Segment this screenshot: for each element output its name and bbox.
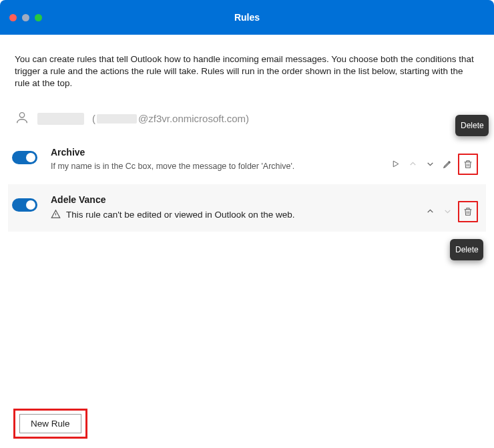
delete-highlight (458, 201, 478, 222)
warning-icon (51, 209, 61, 221)
new-rule-button[interactable]: New Rule (19, 414, 81, 433)
footer: New Rule (0, 399, 494, 448)
rule-item-adele: Adele Vance This rule can't be edited or… (8, 184, 486, 232)
delete-highlight (458, 154, 478, 175)
rule-name: Adele Vance (51, 194, 417, 205)
move-down-icon[interactable] (423, 158, 437, 171)
move-up-icon[interactable] (406, 158, 419, 171)
rule-warning: This rule can't be edited or viewed in O… (51, 209, 417, 221)
email-redacted (97, 114, 137, 124)
paren-open: ( (92, 113, 95, 124)
edit-icon[interactable] (441, 158, 454, 171)
rule-name: Archive (51, 147, 382, 158)
rule-warning-text: This rule can't be edited or viewed in O… (66, 210, 295, 220)
window-title: Rules (0, 12, 494, 23)
move-up-icon[interactable] (423, 205, 437, 218)
svg-point-0 (19, 112, 24, 117)
rules-description: You can create rules that tell Outlook h… (15, 53, 479, 90)
titlebar: Rules (0, 0, 494, 35)
rule-description: If my name is in the Cc box, move the me… (51, 162, 382, 171)
rule-toggle[interactable] (12, 198, 37, 212)
delete-icon[interactable] (460, 156, 476, 173)
account-email: ( @zf3vr.onmicrosoft.com) (92, 113, 249, 124)
rule-actions (389, 147, 478, 175)
move-down-icon[interactable] (441, 205, 454, 218)
new-rule-highlight: New Rule (13, 409, 87, 439)
delete-tooltip: Delete (455, 115, 489, 136)
content-area: You can create rules that tell Outlook h… (0, 35, 494, 232)
delete-icon[interactable] (460, 203, 476, 220)
email-domain: @zf3vr.onmicrosoft.com) (138, 113, 249, 124)
delete-tooltip: Delete (450, 239, 483, 260)
run-icon[interactable] (389, 158, 402, 171)
rule-toggle[interactable] (12, 151, 37, 164)
account-row: ( @zf3vr.onmicrosoft.com) (15, 110, 479, 137)
account-name-redacted (37, 113, 84, 125)
rule-item-archive: Archive If my name is in the Cc box, mov… (8, 137, 486, 184)
rule-actions (423, 194, 478, 222)
person-icon (15, 110, 29, 128)
